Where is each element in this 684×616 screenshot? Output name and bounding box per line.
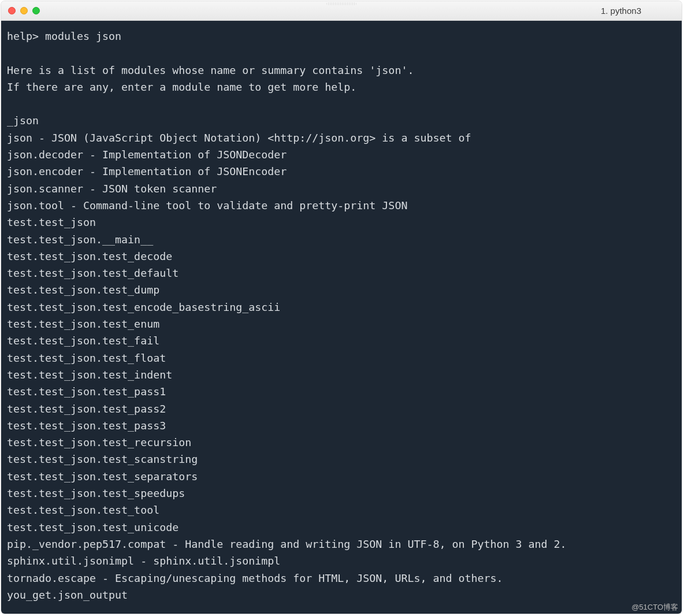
help-prompt-command: modules json: [45, 30, 121, 42]
intro-line: If there are any, enter a module name to…: [7, 81, 356, 93]
module-line: test.test_json.test_indent: [7, 369, 172, 381]
module-line: json.tool - Command-line tool to validat…: [7, 199, 407, 211]
module-line: test.test_json.test_unicode: [7, 521, 179, 533]
module-line: test.test_json.test_pass1: [7, 385, 166, 398]
titlebar-grip-icon: [326, 2, 356, 5]
module-line: test.test_json.test_speedups: [7, 487, 185, 499]
module-line: _json: [7, 114, 39, 127]
module-line: json - JSON (JavaScript Object Notation)…: [7, 132, 471, 144]
module-line: test.test_json.test_decode: [7, 250, 172, 262]
terminal-window: 1. python3 help> modules json Here is a …: [1, 1, 682, 614]
terminal-body[interactable]: help> modules json Here is a list of mod…: [1, 21, 682, 614]
module-line: json.decoder - Implementation of JSONDec…: [7, 149, 287, 161]
module-line: test.test_json: [7, 216, 96, 228]
module-line: test.test_json.test_recursion: [7, 436, 191, 448]
module-line: tornado.escape - Escaping/unescaping met…: [7, 572, 503, 584]
module-line: test.test_json.test_separators: [7, 470, 198, 483]
module-line: test.test_json.__main__: [7, 233, 153, 246]
module-line: test.test_json.test_dump: [7, 284, 159, 296]
module-line: test.test_json.test_float: [7, 352, 166, 364]
module-line: json.scanner - JSON token scanner: [7, 183, 217, 195]
close-icon[interactable]: [8, 7, 16, 14]
module-line: test.test_json.test_scanstring: [7, 453, 198, 465]
traffic-lights: [8, 7, 40, 14]
module-line: test.test_json.test_pass3: [7, 420, 166, 432]
module-line: test.test_json.test_tool: [7, 504, 159, 516]
module-line: test.test_json.test_encode_basestring_as…: [7, 301, 280, 313]
help-prompt-prefix: help>: [7, 30, 45, 42]
module-line: you_get.json_output: [7, 589, 128, 601]
minimize-icon[interactable]: [20, 7, 28, 14]
module-line: test.test_json.test_default: [7, 267, 179, 279]
module-line: sphinx.util.jsonimpl - sphinx.util.jsoni…: [7, 555, 280, 567]
intro-line: Here is a list of modules whose name or …: [7, 64, 414, 76]
module-line: pip._vendor.pep517.compat - Handle readi…: [7, 538, 567, 550]
module-line: test.test_json.test_enum: [7, 318, 159, 330]
window-title: 1. python3: [601, 6, 641, 16]
zoom-icon[interactable]: [32, 7, 40, 14]
titlebar[interactable]: 1. python3: [1, 1, 682, 21]
watermark-label: @51CTO博客: [631, 602, 678, 613]
module-line: json.encoder - Implementation of JSONEnc…: [7, 165, 287, 177]
module-line: test.test_json.test_pass2: [7, 403, 166, 415]
module-line: test.test_json.test_fail: [7, 335, 159, 347]
